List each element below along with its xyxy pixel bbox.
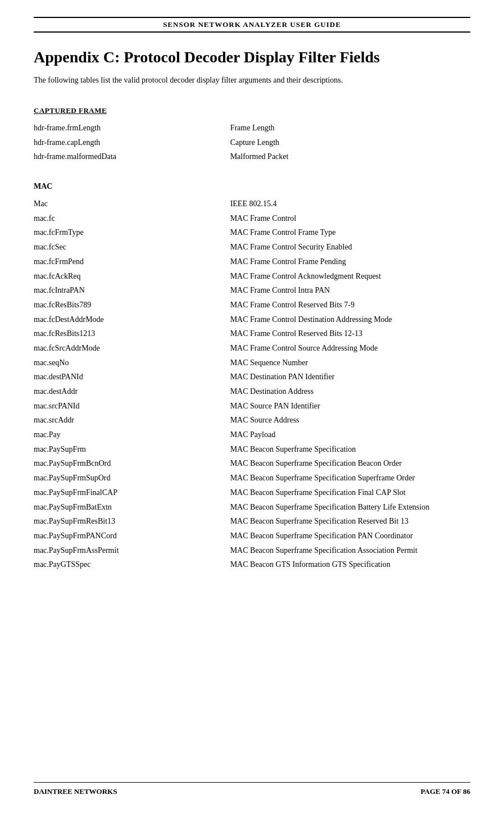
field-desc: MAC Frame Control Intra PAN (230, 283, 470, 298)
field-desc: MAC Beacon Superframe Specification Batt… (230, 500, 470, 515)
table-row: mac.destPANIdMAC Destination PAN Identif… (34, 370, 470, 384)
table-row: mac.PaySupFrmAssPermitMAC Beacon Superfr… (34, 543, 470, 558)
field-key: mac.destAddr (34, 384, 230, 399)
field-desc: MAC Frame Control Source Addressing Mode (230, 341, 470, 356)
table-row: mac.PaySupFrmSupOrdMAC Beacon Superframe… (34, 471, 470, 485)
field-desc: MAC Frame Control Destination Addressing… (230, 312, 470, 327)
table-row: mac.fcSecMAC Frame Control Security Enab… (34, 240, 470, 255)
table-row: mac.fcFrmTypeMAC Frame Control Frame Typ… (34, 225, 470, 240)
field-desc: MAC Source Address (230, 413, 470, 428)
page-footer: DAINTREE NETWORKS PAGE 74 OF 86 (34, 782, 470, 796)
field-desc: MAC Frame Control Acknowledgment Request (230, 269, 470, 284)
field-desc: MAC Beacon Superframe Specification Asso… (230, 543, 470, 558)
field-desc: MAC Beacon GTS Information GTS Specifica… (230, 557, 470, 572)
field-desc: MAC Frame Control Security Enabled (230, 240, 470, 255)
table-row: mac.fcIntraPANMAC Frame Control Intra PA… (34, 283, 470, 298)
field-desc: MAC Frame Control Frame Type (230, 225, 470, 240)
field-key: mac.srcAddr (34, 413, 230, 428)
captured-frame-table: hdr-frame.frmLengthFrame Lengthhdr-frame… (34, 121, 470, 164)
table-row: mac.fcAckReqMAC Frame Control Acknowledg… (34, 269, 470, 284)
field-desc: MAC Beacon Superframe Specification Supe… (230, 471, 470, 485)
field-desc: MAC Frame Control Reserved Bits 7-9 (230, 298, 470, 312)
field-key: mac.destPANId (34, 370, 230, 384)
field-desc: Frame Length (230, 121, 470, 135)
table-row: mac.fcResBits789MAC Frame Control Reserv… (34, 298, 470, 312)
table-row: mac.PayMAC Payload (34, 428, 470, 442)
table-row: hdr-frame.capLengthCapture Length (34, 135, 470, 150)
field-desc: MAC Beacon Superframe Specification Rese… (230, 514, 470, 529)
field-desc: MAC Source PAN Identifier (230, 399, 470, 414)
field-desc: MAC Beacon Superframe Specification Beac… (230, 456, 470, 471)
field-desc: MAC Payload (230, 428, 470, 442)
table-row: mac.PaySupFrmResBit13MAC Beacon Superfra… (34, 514, 470, 529)
field-key: mac.PaySupFrmBatExtn (34, 500, 230, 515)
page-container: SENSOR NETWORK ANALYZER USER GUIDE Appen… (0, 0, 504, 813)
field-desc: Capture Length (230, 135, 470, 150)
table-row: mac.srcAddrMAC Source Address (34, 413, 470, 428)
field-desc: MAC Sequence Number (230, 356, 470, 370)
field-desc: MAC Frame Control Frame Pending (230, 255, 470, 269)
field-key: mac.fcFrmPend (34, 255, 230, 269)
footer-right: PAGE 74 OF 86 (421, 787, 470, 796)
table-row: mac.fcDestAddrModeMAC Frame Control Dest… (34, 312, 470, 327)
field-key: hdr-frame.frmLength (34, 121, 230, 135)
captured-frame-heading: CAPTURED FRAME (34, 106, 470, 115)
table-row: mac.PayGTSSpecMAC Beacon GTS Information… (34, 557, 470, 572)
field-key: mac.fcSec (34, 240, 230, 255)
field-key: mac.fc (34, 211, 230, 226)
appendix-title: Appendix C: Protocol Decoder Display Fil… (34, 48, 470, 66)
table-row: mac.PaySupFrmPANCordMAC Beacon Superfram… (34, 529, 470, 543)
table-row: mac.PaySupFrmMAC Beacon Superframe Speci… (34, 442, 470, 457)
table-row: mac.destAddrMAC Destination Address (34, 384, 470, 399)
field-key: hdr-frame.malformedData (34, 149, 230, 164)
field-key: mac.fcResBits789 (34, 298, 230, 312)
table-row: mac.fcMAC Frame Control (34, 211, 470, 226)
field-key: mac.PaySupFrmBcnOrd (34, 456, 230, 471)
field-key: mac.fcIntraPAN (34, 283, 230, 298)
field-desc: MAC Destination Address (230, 384, 470, 399)
field-key: mac.PayGTSSpec (34, 557, 230, 572)
field-key: mac.srcPANId (34, 399, 230, 414)
field-key: mac.PaySupFrmSupOrd (34, 471, 230, 485)
table-row: mac.fcFrmPendMAC Frame Control Frame Pen… (34, 255, 470, 269)
table-row: hdr-frame.frmLengthFrame Length (34, 121, 470, 135)
field-key: mac.PaySupFrmFinalCAP (34, 485, 230, 500)
table-row: mac.srcPANIdMAC Source PAN Identifier (34, 399, 470, 414)
field-key: Mac (34, 197, 230, 211)
page-header: SENSOR NETWORK ANALYZER USER GUIDE (34, 17, 470, 33)
field-desc: MAC Frame Control Reserved Bits 12-13 (230, 326, 470, 341)
header-title: SENSOR NETWORK ANALYZER USER GUIDE (163, 20, 341, 29)
captured-frame-section: CAPTURED FRAME hdr-frame.frmLengthFrame … (34, 102, 470, 167)
field-key: mac.PaySupFrm (34, 442, 230, 457)
table-row: mac.PaySupFrmBatExtnMAC Beacon Superfram… (34, 500, 470, 515)
mac-section: MAC MacIEEE 802.15.4mac.fcMAC Frame Cont… (34, 178, 470, 575)
field-key: mac.fcAckReq (34, 269, 230, 284)
field-desc: IEEE 802.15.4 (230, 197, 470, 211)
field-key: mac.PaySupFrmPANCord (34, 529, 230, 543)
field-key: mac.fcDestAddrMode (34, 312, 230, 327)
intro-text: The following tables list the valid prot… (34, 74, 470, 86)
footer-left: DAINTREE NETWORKS (34, 787, 117, 796)
table-row: mac.PaySupFrmBcnOrdMAC Beacon Superframe… (34, 456, 470, 471)
field-desc: MAC Beacon Superframe Specification (230, 442, 470, 457)
mac-heading: MAC (34, 182, 470, 191)
table-row: mac.PaySupFrmFinalCAPMAC Beacon Superfra… (34, 485, 470, 500)
field-desc: MAC Frame Control (230, 211, 470, 226)
table-row: mac.fcResBits1213MAC Frame Control Reser… (34, 326, 470, 341)
field-key: mac.PaySupFrmResBit13 (34, 514, 230, 529)
field-desc: Malformed Packet (230, 149, 470, 164)
field-key: mac.PaySupFrmAssPermit (34, 543, 230, 558)
field-key: mac.fcSrcAddrMode (34, 341, 230, 356)
table-row: mac.seqNoMAC Sequence Number (34, 356, 470, 370)
field-desc: MAC Beacon Superframe Specification PAN … (230, 529, 470, 543)
field-key: mac.fcResBits1213 (34, 326, 230, 341)
field-key: mac.Pay (34, 428, 230, 442)
field-desc: MAC Destination PAN Identifier (230, 370, 470, 384)
table-row: MacIEEE 802.15.4 (34, 197, 470, 211)
table-row: mac.fcSrcAddrModeMAC Frame Control Sourc… (34, 341, 470, 356)
field-desc: MAC Beacon Superframe Specification Fina… (230, 485, 470, 500)
mac-table: MacIEEE 802.15.4mac.fcMAC Frame Controlm… (34, 197, 470, 572)
field-key: mac.fcFrmType (34, 225, 230, 240)
field-key: mac.seqNo (34, 356, 230, 370)
table-row: hdr-frame.malformedDataMalformed Packet (34, 149, 470, 164)
